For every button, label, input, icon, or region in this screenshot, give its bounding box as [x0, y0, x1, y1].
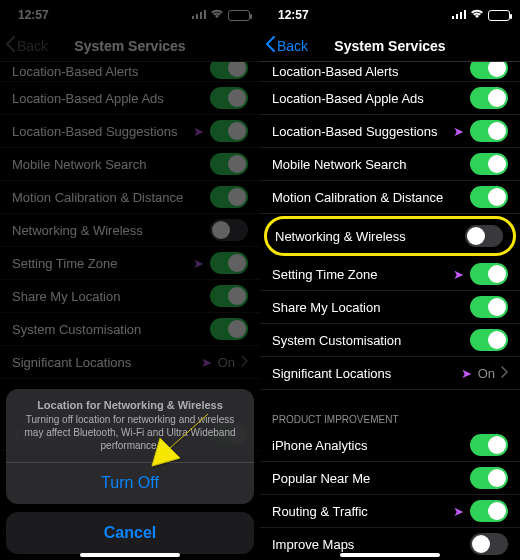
right-screenshot: 12:57 Back System Services Location-Base… [260, 0, 520, 560]
toggle-iphone-analytics[interactable] [470, 434, 508, 456]
row-customisation[interactable]: System Customisation [0, 313, 260, 346]
row-location-alerts[interactable]: Location-Based Alerts [0, 62, 260, 82]
battery-icon [488, 10, 510, 21]
toggle-networking[interactable] [465, 225, 503, 247]
row-networking[interactable]: Networking & Wireless [0, 214, 260, 247]
row-label: Share My Location [272, 300, 470, 315]
row-share-location[interactable]: Share My Location [0, 280, 260, 313]
back-button[interactable]: Back [6, 36, 48, 55]
row-iphone-analytics[interactable]: iPhone Analytics [260, 429, 520, 462]
toggle-popular-near-me[interactable] [470, 467, 508, 489]
action-sheet-card: Location for Networking & Wireless Turni… [6, 389, 254, 505]
toggle-motion-calib[interactable] [210, 186, 248, 208]
svg-rect-0 [192, 16, 194, 19]
home-indicator[interactable] [80, 553, 180, 557]
section-header-product-improvement: PRODUCT IMPROVEMENT [260, 414, 520, 429]
row-suggestions[interactable]: Location-Based Suggestions ➤ [260, 115, 520, 148]
status-indicators [192, 8, 250, 22]
row-label: Setting Time Zone [12, 256, 193, 271]
row-label: iPhone Analytics [272, 438, 470, 453]
toggle-share-location[interactable] [210, 285, 248, 307]
toggle-location-alerts[interactable] [470, 62, 508, 79]
row-label: Location-Based Alerts [12, 64, 210, 79]
location-arrow-icon: ➤ [461, 366, 472, 381]
row-suggestions[interactable]: Location-Based Suggestions ➤ [0, 115, 260, 148]
svg-rect-5 [456, 14, 458, 19]
battery-icon [228, 10, 250, 21]
nav-bar: Back System Services [0, 30, 260, 62]
page-title: System Services [74, 38, 185, 54]
chevron-left-icon [266, 36, 275, 55]
row-time-zone[interactable]: Setting Time Zone ➤ [260, 258, 520, 291]
row-mobile-network[interactable]: Mobile Network Search [0, 148, 260, 181]
row-networking[interactable]: Networking & Wireless [267, 219, 511, 253]
toggle-time-zone[interactable] [210, 252, 248, 274]
row-popular-near-me[interactable]: Popular Near Me [260, 462, 520, 495]
row-label: Mobile Network Search [272, 157, 470, 172]
status-time: 12:57 [278, 8, 309, 22]
row-label: System Customisation [12, 322, 210, 337]
page-title: System Services [334, 38, 445, 54]
status-bar: 12:57 [0, 0, 260, 30]
toggle-networking[interactable] [210, 219, 248, 241]
svg-rect-2 [200, 12, 202, 19]
row-share-location[interactable]: Share My Location [260, 291, 520, 324]
svg-rect-6 [460, 12, 462, 19]
sheet-message: Turning off location for networking and … [6, 413, 254, 462]
location-arrow-icon: ➤ [193, 124, 204, 139]
location-arrow-icon: ➤ [201, 355, 212, 370]
row-mobile-network[interactable]: Mobile Network Search [260, 148, 520, 181]
toggle-improve-maps[interactable] [470, 533, 508, 555]
row-customisation[interactable]: System Customisation [260, 324, 520, 357]
toggle-share-location[interactable] [470, 296, 508, 318]
row-label: Location-Based Suggestions [12, 124, 193, 139]
row-label: Popular Near Me [272, 471, 470, 486]
location-arrow-icon: ➤ [453, 504, 464, 519]
back-button[interactable]: Back [266, 36, 308, 55]
chevron-left-icon [6, 36, 15, 55]
toggle-customisation[interactable] [470, 329, 508, 351]
row-label: Motion Calibration & Distance [12, 190, 210, 205]
nav-bar: Back System Services [260, 30, 520, 62]
settings-list[interactable]: Location-Based Alerts Location-Based App… [260, 62, 520, 560]
row-sig-locations[interactable]: Significant Locations ➤ On [0, 346, 260, 379]
row-location-alerts[interactable]: Location-Based Alerts [260, 62, 520, 82]
row-sig-locations[interactable]: Significant Locations ➤ On [260, 357, 520, 390]
row-motion-calib[interactable]: Motion Calibration & Distance [260, 181, 520, 214]
signal-icon [452, 8, 466, 22]
toggle-customisation[interactable] [210, 318, 248, 340]
row-label: Share My Location [12, 289, 210, 304]
row-time-zone[interactable]: Setting Time Zone ➤ [0, 247, 260, 280]
row-label: Setting Time Zone [272, 267, 453, 282]
highlight-annotation: Networking & Wireless [264, 216, 516, 256]
toggle-apple-ads[interactable] [470, 87, 508, 109]
cancel-button[interactable]: Cancel [6, 512, 254, 554]
toggle-apple-ads[interactable] [210, 87, 248, 109]
row-apple-ads[interactable]: Location-Based Apple Ads [260, 82, 520, 115]
svg-rect-1 [196, 14, 198, 19]
row-label: Improve Maps [272, 537, 470, 552]
row-label: Location-Based Alerts [272, 64, 470, 79]
home-indicator[interactable] [340, 553, 440, 557]
status-bar: 12:57 [260, 0, 520, 30]
toggle-motion-calib[interactable] [470, 186, 508, 208]
wifi-icon [210, 8, 224, 22]
location-arrow-icon: ➤ [453, 267, 464, 282]
toggle-location-alerts[interactable] [210, 62, 248, 79]
row-motion-calib[interactable]: Motion Calibration & Distance [0, 181, 260, 214]
toggle-suggestions[interactable] [470, 120, 508, 142]
svg-rect-4 [452, 16, 454, 19]
wifi-icon [470, 8, 484, 22]
toggle-routing-traffic[interactable] [470, 500, 508, 522]
turn-off-button[interactable]: Turn Off [6, 462, 254, 504]
chevron-right-icon [241, 355, 248, 370]
toggle-mobile-network[interactable] [470, 153, 508, 175]
row-label: Routing & Traffic [272, 504, 453, 519]
row-label: Significant Locations [12, 355, 201, 370]
toggle-time-zone[interactable] [470, 263, 508, 285]
row-routing-traffic[interactable]: Routing & Traffic ➤ [260, 495, 520, 528]
toggle-mobile-network[interactable] [210, 153, 248, 175]
row-apple-ads[interactable]: Location-Based Apple Ads [0, 82, 260, 115]
toggle-suggestions[interactable] [210, 120, 248, 142]
sheet-title: Location for Networking & Wireless [6, 389, 254, 413]
